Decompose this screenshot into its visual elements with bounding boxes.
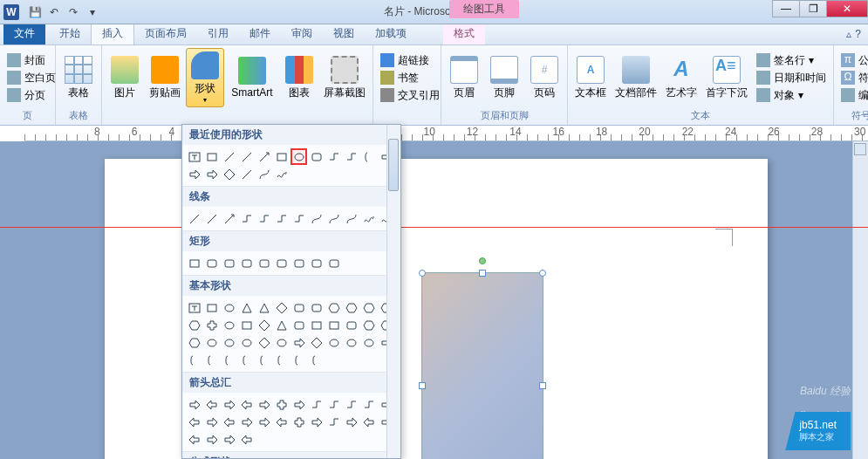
shape-item[interactable] (273, 148, 290, 165)
tab-view[interactable]: 视图 (323, 23, 365, 45)
shape-item[interactable] (273, 299, 290, 316)
shape-item[interactable] (186, 414, 202, 430)
shape-item[interactable] (256, 148, 272, 165)
quickparts-button[interactable]: 文档部件 (612, 48, 660, 107)
qat-more[interactable]: ▾ (84, 3, 101, 21)
shape-item[interactable] (186, 334, 202, 351)
shape-item[interactable] (325, 255, 342, 271)
tab-mailings[interactable]: 邮件 (239, 23, 281, 45)
symbol-button[interactable]: Ω符号 ▾ (837, 70, 868, 86)
tab-references[interactable]: 引用 (197, 23, 239, 45)
shape-item[interactable] (221, 431, 237, 448)
shape-item[interactable] (360, 414, 377, 430)
shape-item[interactable] (290, 396, 307, 413)
shape-item[interactable] (221, 299, 237, 316)
datetime-button[interactable]: 日期和时间 (753, 70, 830, 86)
shape-item[interactable] (203, 414, 220, 430)
blank-page-button[interactable]: 空白页 (3, 70, 59, 86)
shape-item[interactable] (238, 414, 255, 430)
shape-item[interactable] (343, 396, 359, 413)
shape-item[interactable] (256, 352, 272, 368)
shape-item[interactable] (325, 414, 342, 430)
pagenum-button[interactable]: #页码 (525, 48, 564, 107)
tab-layout[interactable]: 页面布局 (134, 23, 197, 45)
shape-item[interactable] (290, 334, 307, 351)
shape-item[interactable] (203, 431, 220, 448)
scrollbar-thumb[interactable] (388, 139, 399, 191)
picture-button[interactable]: 图片 (106, 48, 144, 107)
shape-item[interactable] (360, 396, 377, 413)
shape-item[interactable] (203, 148, 220, 165)
shape-item[interactable] (290, 210, 307, 227)
tab-insert[interactable]: 插入 (91, 22, 134, 45)
shape-item[interactable] (290, 414, 307, 430)
shape-item[interactable] (273, 317, 290, 333)
shape-item[interactable] (308, 317, 325, 333)
shape-item[interactable] (308, 352, 325, 368)
shape-item[interactable] (325, 334, 342, 351)
shape-item[interactable] (238, 396, 255, 413)
shape-item[interactable] (203, 166, 220, 182)
shape-item[interactable] (256, 334, 272, 351)
shape-item[interactable] (273, 414, 290, 430)
shape-item[interactable] (256, 299, 272, 316)
hyperlink-button[interactable]: 超链接 (377, 52, 443, 69)
shape-item[interactable] (360, 299, 377, 316)
ruler-toggle[interactable] (854, 143, 866, 155)
shape-item[interactable] (221, 396, 237, 413)
menu-scrollbar[interactable] (386, 125, 400, 458)
screenshot-button[interactable]: 屏幕截图 (320, 48, 369, 107)
shape-item[interactable] (325, 148, 342, 165)
shape-item[interactable] (203, 210, 220, 227)
shape-item[interactable] (186, 299, 202, 316)
help-icon[interactable]: ? (855, 28, 861, 40)
shape-item[interactable] (343, 334, 359, 351)
cover-page-button[interactable]: 封面 (3, 52, 59, 69)
minimize-button[interactable]: — (772, 0, 800, 17)
chart-button[interactable]: 图表 (280, 48, 318, 107)
equation-button[interactable]: π公式 ▾ (837, 52, 868, 69)
shape-item[interactable] (238, 334, 255, 351)
rotate-handle[interactable] (479, 257, 486, 264)
shape-item[interactable] (221, 352, 237, 368)
shape-item[interactable] (186, 431, 202, 448)
tab-addins[interactable]: 加载项 (365, 23, 417, 45)
textbox-button[interactable]: A文本框 (571, 48, 610, 107)
signature-button[interactable]: 签名行 ▾ (753, 52, 830, 69)
wordart-button[interactable]: A艺术字 (662, 48, 701, 107)
dropcap-button[interactable]: A≡首字下沉 (702, 48, 751, 107)
shape-item[interactable] (343, 210, 359, 227)
shape-item[interactable] (343, 148, 359, 165)
table-button[interactable]: 表格 (59, 48, 98, 107)
footer-button[interactable]: 页脚 (485, 48, 523, 107)
shape-item[interactable] (273, 334, 290, 351)
shape-item[interactable] (343, 414, 359, 430)
shape-item[interactable] (186, 317, 202, 333)
shape-item[interactable] (221, 255, 237, 271)
shape-item[interactable] (343, 299, 359, 316)
crossref-button[interactable]: 交叉引用 (377, 87, 443, 104)
shape-item[interactable] (221, 334, 237, 351)
shape-item[interactable] (186, 396, 202, 413)
shape-item[interactable] (325, 210, 342, 227)
qat-undo[interactable]: ↶ (45, 3, 63, 21)
shape-item[interactable] (308, 148, 325, 165)
maximize-button[interactable]: ❐ (799, 0, 827, 17)
smartart-button[interactable]: SmartArt (226, 48, 278, 107)
header-button[interactable]: 页眉 (445, 48, 483, 107)
shape-item[interactable] (256, 396, 272, 413)
shape-item[interactable] (308, 255, 325, 271)
shape-item[interactable] (221, 166, 237, 182)
resize-handle-ne[interactable] (539, 270, 546, 277)
page-break-button[interactable]: 分页 (3, 87, 59, 104)
selected-shape[interactable] (421, 272, 543, 459)
qat-save[interactable]: 💾 (26, 3, 44, 21)
shape-item[interactable] (360, 334, 377, 351)
shape-item[interactable] (221, 210, 237, 227)
horizontal-ruler[interactable]: 8642246810121416182022242628303234363840… (24, 126, 868, 141)
shapes-button[interactable]: 形状▾ (186, 48, 224, 107)
qat-redo[interactable]: ↷ (65, 3, 82, 21)
shape-item[interactable] (221, 148, 237, 165)
resize-handle-nw[interactable] (419, 270, 426, 277)
shape-item[interactable] (203, 255, 220, 271)
